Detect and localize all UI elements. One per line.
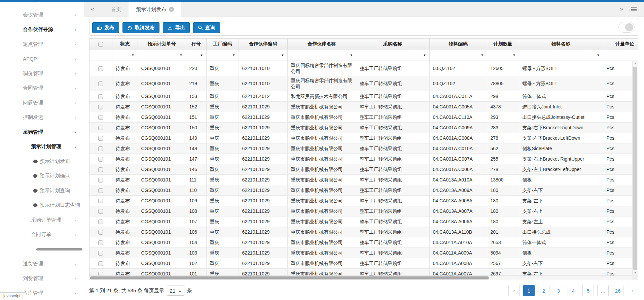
column-header-合作伙伴编码[interactable]: 合作伙伴编码: [239, 39, 287, 50]
page-button-26[interactable]: 26: [612, 285, 623, 296]
filter-dropdown-icon[interactable]: ▼: [513, 54, 516, 57]
page-button-1[interactable]: 1: [523, 285, 535, 296]
tab-close-icon[interactable]: ×: [169, 7, 174, 12]
filter-dropdown-icon[interactable]: ▼: [132, 54, 135, 57]
column-header-计划数量[interactable]: 计划数量: [487, 39, 519, 50]
button-取消发布[interactable]: 取消发布: [122, 22, 159, 33]
filter-dropdown-icon[interactable]: ▼: [597, 54, 600, 57]
sidebar-item-公告管理[interactable]: 公告管理›: [0, 2, 84, 8]
filter-dropdown-icon[interactable]: ▼: [423, 54, 426, 57]
column-header-物料名称[interactable]: 物料名称: [519, 39, 603, 50]
panel-toggle[interactable]: [618, 22, 635, 33]
filter-dropdown-icon[interactable]: ▼: [232, 54, 236, 57]
filter-dropdown-icon[interactable]: ▼: [281, 54, 284, 57]
column-header-预示计划单号[interactable]: 预示计划单号: [138, 39, 186, 50]
page-button-2[interactable]: 2: [538, 285, 549, 296]
row-checkbox[interactable]: [98, 240, 103, 245]
sidebar-hscroll-thumb[interactable]: [36, 248, 82, 251]
sidebar-item-预示计划管理[interactable]: 预示计划管理›: [0, 139, 84, 154]
column-header-工厂编码[interactable]: 工厂编码: [206, 39, 239, 50]
row-checkbox[interactable]: [98, 115, 103, 120]
row-checkbox[interactable]: [98, 94, 103, 99]
table-row[interactable]: 待发布CGSQ000101150重庆622101.1029重庆市鹏业机械有限公司…: [90, 123, 638, 133]
table-row[interactable]: 待发布CGSQ000101146重庆622101.1029重庆市鹏业机械有限公司…: [90, 164, 638, 175]
collapse-sidebar-icon[interactable]: «: [91, 2, 94, 16]
row-checkbox[interactable]: [98, 126, 103, 130]
sidebar-item-预示计划确认[interactable]: 预示计划确认: [0, 169, 84, 184]
tab-首页[interactable]: 首页: [104, 2, 129, 16]
sidebar-item-调价管理[interactable]: 调价管理›: [0, 66, 84, 81]
sidebar-item-问题管理[interactable]: 问题管理›: [0, 96, 84, 110]
table-row[interactable]: 待发布CGSQ000101220重庆622101.1010重庆四标精密零部件制造…: [90, 61, 638, 76]
table-row[interactable]: 待发布CGSQ000101153重庆622101.4012和龙双昊高新技术有限公…: [90, 91, 638, 102]
expand-tabs-icon[interactable]: »: [620, 2, 623, 16]
filter-dropdown-icon[interactable]: ▼: [200, 54, 203, 57]
table-row[interactable]: 待发布CGSQ000101104重庆622101.1029重庆市鹏业机械有限公司…: [90, 237, 638, 248]
sidebar-item-定点管理[interactable]: 定点管理›: [0, 37, 84, 52]
button-查询[interactable]: 查询: [193, 22, 220, 33]
row-checkbox[interactable]: [98, 209, 103, 214]
vertical-scrollbar[interactable]: ▲ ▼: [632, 61, 638, 275]
column-header-采购名称[interactable]: 采购名称: [356, 39, 429, 50]
row-checkbox[interactable]: [98, 105, 103, 109]
column-header-合作伙伴名称[interactable]: 合作伙伴名称: [287, 39, 356, 50]
filter-dropdown-icon[interactable]: ▼: [180, 54, 183, 57]
page-button-4[interactable]: 4: [568, 285, 579, 296]
sidebar-item-预示计划发布[interactable]: 预示计划发布: [0, 154, 84, 169]
prev-page-button[interactable]: ‹: [508, 285, 520, 296]
filter-dropdown-icon[interactable]: ▼: [481, 54, 484, 57]
sidebar-item-合作伙伴寻源[interactable]: 合作伙伴寻源›: [0, 22, 84, 37]
sidebar-item-APQP[interactable]: APQP›: [0, 52, 84, 66]
table-row[interactable]: 待发布CGSQ000101111重庆622101.1029重庆市鹏业机械有限公司…: [90, 175, 638, 185]
table-row[interactable]: 待发布CGSQ000101109重庆622101.1029重庆市鹏业机械有限公司…: [90, 196, 638, 206]
column-header-物料编码[interactable]: 物料编码: [429, 39, 487, 50]
scroll-up-icon[interactable]: ▲: [633, 61, 638, 66]
next-page-button[interactable]: ›: [627, 285, 638, 296]
sidebar-item-预示计划日志查询[interactable]: 预示计划日志查询: [0, 198, 84, 213]
row-checkbox[interactable]: [98, 167, 103, 172]
page-button-3[interactable]: 3: [553, 285, 564, 296]
row-checkbox[interactable]: [98, 136, 103, 141]
table-row[interactable]: 待发布CGSQ000101151重庆622101.1029重庆市鹏业机械有限公司…: [90, 112, 638, 123]
row-checkbox[interactable]: [98, 157, 103, 162]
select-all-checkbox[interactable]: [98, 42, 103, 47]
row-checkbox[interactable]: [98, 81, 103, 86]
sidebar-item-送货管理[interactable]: 送货管理›: [0, 257, 84, 271]
page-size-select[interactable]: 21 ▲: [167, 286, 184, 296]
table-row[interactable]: 待发布CGSQ000101219重庆622101.1010重庆四标精密零部件制造…: [90, 76, 638, 91]
row-checkbox[interactable]: [98, 199, 103, 203]
table-row[interactable]: 待发布CGSQ000101110重庆622101.1029重庆市鹏业机械有限公司…: [90, 185, 638, 196]
sidebar-item-会议管理[interactable]: 会议管理›: [0, 8, 84, 23]
column-header-行号[interactable]: 行号: [186, 39, 206, 50]
table-row[interactable]: 待发布CGSQ000101106重庆622101.1029重庆市鹏业机械有限公司…: [90, 227, 638, 237]
sidebar-item-合同管理[interactable]: 合同管理›: [0, 81, 84, 96]
page-button-5[interactable]: 5: [582, 285, 594, 296]
column-header-状态[interactable]: 状态: [112, 39, 138, 50]
horizontal-scrollbar[interactable]: [90, 275, 632, 280]
row-checkbox[interactable]: [98, 251, 103, 256]
row-checkbox[interactable]: [98, 178, 103, 182]
row-checkbox[interactable]: [98, 230, 103, 235]
filter-dropdown-icon[interactable]: ▼: [350, 54, 353, 57]
sidebar-item-到货管理[interactable]: 到货管理›: [0, 271, 84, 286]
tab-预示计划发布[interactable]: 预示计划发布×: [129, 2, 181, 16]
row-checkbox[interactable]: [98, 261, 103, 266]
button-发布[interactable]: 发布: [92, 22, 119, 33]
table-row[interactable]: 待发布CGSQ000101152重庆622101.1029重庆市鹏业机械有限公司…: [90, 102, 638, 112]
row-checkbox[interactable]: [98, 146, 103, 151]
row-checkbox[interactable]: [98, 220, 103, 224]
column-header-计量单位[interactable]: 计量单位: [603, 39, 638, 50]
sidebar-item-采购订单管理[interactable]: 采购订单管理›: [0, 213, 84, 228]
table-row[interactable]: 待发布CGSQ000101148重庆622101.1029重庆市鹏业机械有限公司…: [90, 143, 638, 154]
vertical-scroll-thumb[interactable]: [633, 67, 637, 270]
table-row[interactable]: 待发布CGSQ000101147重庆622101.1029重庆市鹏业机械有限公司…: [90, 154, 638, 164]
sidebar-item-采购管理[interactable]: 采购管理›: [0, 125, 84, 140]
table-row[interactable]: 待发布CGSQ000101103重庆622101.1029重庆市鹏业机械有限公司…: [90, 248, 638, 258]
table-row[interactable]: 待发布CGSQ000101107重庆622101.1029重庆市鹏业机械有限公司…: [90, 216, 638, 227]
table-row[interactable]: 待发布CGSQ000101108重庆622101.1029重庆市鹏业机械有限公司…: [90, 206, 638, 216]
row-checkbox[interactable]: [98, 188, 103, 193]
row-checkbox[interactable]: [98, 66, 103, 71]
sidebar-item-合同订单[interactable]: 合同订单›: [0, 227, 84, 242]
button-导出[interactable]: 导出: [163, 22, 190, 33]
table-row[interactable]: 待发布CGSQ000101102重庆622101.1029重庆市鹏业机械有限公司…: [90, 258, 638, 269]
